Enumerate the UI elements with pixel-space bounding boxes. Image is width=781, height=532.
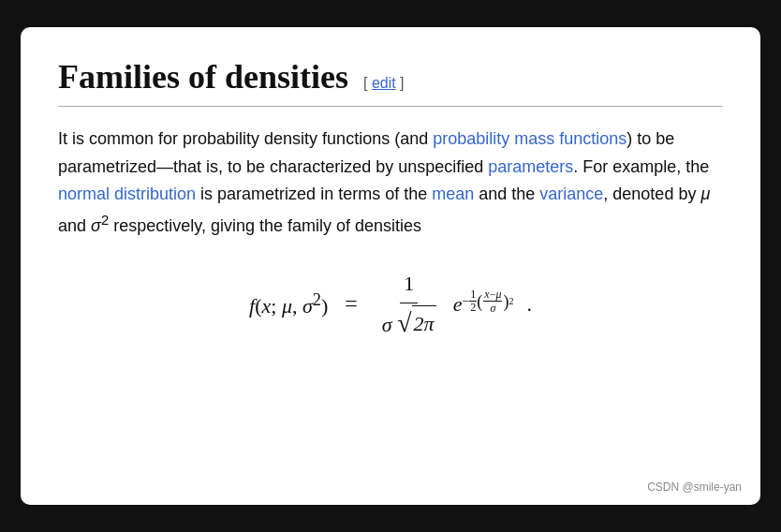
math-formula: f(x; μ, σ2) = 1 σ √2π e [58, 267, 723, 343]
footer-credit: CSDN @smile-yan [647, 480, 742, 494]
link-parameters[interactable]: parameters [488, 157, 573, 176]
formula-lhs: f(x; μ, σ2) [249, 286, 328, 324]
card-header: Families of densities [ edit ] [58, 57, 723, 96]
sqrt-wrapper: √2π [397, 305, 435, 341]
link-probability-mass-functions[interactable]: probability mass functions [433, 129, 626, 148]
link-mean[interactable]: mean [432, 185, 474, 203]
period: . [526, 288, 532, 321]
edit-link[interactable]: edit [372, 75, 396, 91]
link-variance[interactable]: variance [539, 185, 603, 203]
fraction: 1 σ √2π [378, 267, 440, 343]
exponential-term: e − 1 2 ( x−μ σ ) 2 [453, 288, 514, 321]
content-body: It is common for probability density fun… [58, 126, 723, 342]
paragraph-1: It is common for probability density fun… [58, 126, 723, 241]
formula-expression: f(x; μ, σ2) = 1 σ √2π e [249, 267, 532, 343]
equals-sign: = [345, 286, 358, 323]
link-normal-distribution[interactable]: normal distribution [58, 185, 196, 203]
main-card: Families of densities [ edit ] It is com… [21, 27, 760, 505]
page-title: Families of densities [58, 57, 348, 96]
edit-brackets: [ edit ] [363, 75, 405, 92]
header-divider [58, 106, 723, 107]
